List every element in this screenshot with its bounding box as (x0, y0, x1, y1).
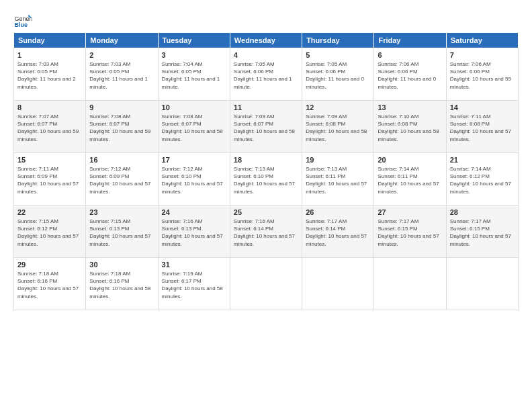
day-number: 31 (162, 261, 226, 269)
svg-text:Blue: Blue (14, 21, 28, 28)
table-row: 4Sunrise: 7:05 AMSunset: 6:06 PMDaylight… (230, 48, 302, 101)
day-detail: Sunrise: 7:13 AMSunset: 6:10 PMDaylight:… (234, 166, 295, 195)
day-number: 16 (89, 156, 154, 164)
day-detail: Sunrise: 7:08 AMSunset: 6:07 PMDaylight:… (162, 113, 223, 142)
day-number: 17 (162, 156, 226, 164)
table-row (230, 258, 302, 310)
day-number: 25 (234, 208, 298, 216)
day-detail: Sunrise: 7:06 AMSunset: 6:06 PMDaylight:… (450, 61, 511, 90)
day-detail: Sunrise: 7:09 AMSunset: 6:07 PMDaylight:… (234, 113, 295, 142)
day-detail: Sunrise: 7:10 AMSunset: 6:08 PMDaylight:… (378, 113, 439, 142)
day-detail: Sunrise: 7:05 AMSunset: 6:06 PMDaylight:… (234, 61, 292, 90)
page: General Blue Sunday Monday Tuesday Wedne… (0, 0, 532, 411)
day-detail: Sunrise: 7:18 AMSunset: 6:16 PMDaylight:… (17, 271, 79, 300)
day-detail: Sunrise: 7:07 AMSunset: 6:07 PMDaylight:… (17, 113, 79, 142)
table-row: 18Sunrise: 7:13 AMSunset: 6:10 PMDayligh… (230, 153, 302, 205)
day-detail: Sunrise: 7:09 AMSunset: 6:08 PMDaylight:… (306, 113, 367, 142)
table-row: 15Sunrise: 7:11 AMSunset: 6:09 PMDayligh… (14, 153, 86, 205)
day-number: 11 (234, 103, 298, 111)
day-number: 30 (89, 261, 154, 269)
table-row: 12Sunrise: 7:09 AMSunset: 6:08 PMDayligh… (302, 101, 374, 153)
table-row: 1Sunrise: 7:03 AMSunset: 6:05 PMDaylight… (14, 48, 86, 101)
table-row: 27Sunrise: 7:17 AMSunset: 6:15 PMDayligh… (374, 205, 446, 258)
day-number: 23 (89, 208, 154, 216)
day-detail: Sunrise: 7:14 AMSunset: 6:12 PMDaylight:… (450, 166, 511, 195)
day-number: 8 (17, 103, 82, 111)
day-number: 14 (450, 103, 515, 111)
table-row: 23Sunrise: 7:15 AMSunset: 6:13 PMDayligh… (86, 205, 158, 258)
day-detail: Sunrise: 7:15 AMSunset: 6:12 PMDaylight:… (17, 218, 79, 247)
day-detail: Sunrise: 7:05 AMSunset: 6:06 PMDaylight:… (306, 61, 364, 90)
table-row: 30Sunrise: 7:18 AMSunset: 6:16 PMDayligh… (86, 258, 158, 310)
day-detail: Sunrise: 7:19 AMSunset: 6:17 PMDaylight:… (162, 271, 223, 300)
day-number: 27 (378, 208, 442, 216)
day-detail: Sunrise: 7:17 AMSunset: 6:15 PMDaylight:… (378, 218, 439, 247)
day-detail: Sunrise: 7:03 AMSunset: 6:05 PMDaylight:… (17, 61, 76, 90)
table-row (446, 258, 518, 310)
table-row: 17Sunrise: 7:12 AMSunset: 6:10 PMDayligh… (158, 153, 230, 205)
day-detail: Sunrise: 7:12 AMSunset: 6:10 PMDaylight:… (162, 166, 223, 195)
day-detail: Sunrise: 7:17 AMSunset: 6:15 PMDaylight:… (450, 218, 511, 247)
day-detail: Sunrise: 7:16 AMSunset: 6:14 PMDaylight:… (234, 218, 295, 247)
day-number: 7 (450, 51, 515, 59)
day-number: 29 (17, 261, 82, 269)
day-number: 3 (162, 51, 226, 59)
day-number: 24 (162, 208, 226, 216)
day-number: 1 (17, 51, 82, 59)
logo-icon: General Blue (13, 11, 32, 30)
col-monday: Monday (86, 33, 158, 48)
day-detail: Sunrise: 7:15 AMSunset: 6:13 PMDaylight:… (89, 218, 150, 247)
day-number: 28 (450, 208, 515, 216)
day-detail: Sunrise: 7:18 AMSunset: 6:16 PMDaylight:… (89, 271, 150, 300)
col-wednesday: Wednesday (230, 33, 302, 48)
day-detail: Sunrise: 7:11 AMSunset: 6:08 PMDaylight:… (450, 113, 511, 142)
table-row: 9Sunrise: 7:08 AMSunset: 6:07 PMDaylight… (86, 101, 158, 153)
table-row: 22Sunrise: 7:15 AMSunset: 6:12 PMDayligh… (14, 205, 86, 258)
day-number: 20 (378, 156, 442, 164)
day-detail: Sunrise: 7:08 AMSunset: 6:07 PMDaylight:… (89, 113, 150, 142)
day-number: 2 (89, 51, 154, 59)
day-detail: Sunrise: 7:16 AMSunset: 6:13 PMDaylight:… (162, 218, 223, 247)
table-row: 24Sunrise: 7:16 AMSunset: 6:13 PMDayligh… (158, 205, 230, 258)
table-row: 8Sunrise: 7:07 AMSunset: 6:07 PMDaylight… (14, 101, 86, 153)
logo: General Blue (13, 11, 32, 30)
table-row: 26Sunrise: 7:17 AMSunset: 6:14 PMDayligh… (302, 205, 374, 258)
day-number: 18 (234, 156, 298, 164)
day-number: 6 (378, 51, 442, 59)
day-detail: Sunrise: 7:13 AMSunset: 6:11 PMDaylight:… (306, 166, 367, 195)
col-thursday: Thursday (302, 33, 374, 48)
day-number: 4 (234, 51, 298, 59)
day-number: 13 (378, 103, 442, 111)
table-row: 25Sunrise: 7:16 AMSunset: 6:14 PMDayligh… (230, 205, 302, 258)
day-number: 26 (306, 208, 370, 216)
table-row: 21Sunrise: 7:14 AMSunset: 6:12 PMDayligh… (446, 153, 518, 205)
day-number: 21 (450, 156, 515, 164)
table-row: 20Sunrise: 7:14 AMSunset: 6:11 PMDayligh… (374, 153, 446, 205)
table-row: 29Sunrise: 7:18 AMSunset: 6:16 PMDayligh… (14, 258, 86, 310)
table-row: 19Sunrise: 7:13 AMSunset: 6:11 PMDayligh… (302, 153, 374, 205)
table-row: 2Sunrise: 7:03 AMSunset: 6:05 PMDaylight… (86, 48, 158, 101)
day-number: 12 (306, 103, 370, 111)
day-number: 9 (89, 103, 154, 111)
day-detail: Sunrise: 7:12 AMSunset: 6:09 PMDaylight:… (89, 166, 150, 195)
table-row: 10Sunrise: 7:08 AMSunset: 6:07 PMDayligh… (158, 101, 230, 153)
table-row: 31Sunrise: 7:19 AMSunset: 6:17 PMDayligh… (158, 258, 230, 310)
table-row: 13Sunrise: 7:10 AMSunset: 6:08 PMDayligh… (374, 101, 446, 153)
table-row (374, 258, 446, 310)
table-row: 11Sunrise: 7:09 AMSunset: 6:07 PMDayligh… (230, 101, 302, 153)
day-number: 22 (17, 208, 82, 216)
table-row: 3Sunrise: 7:04 AMSunset: 6:05 PMDaylight… (158, 48, 230, 101)
table-row: 5Sunrise: 7:05 AMSunset: 6:06 PMDaylight… (302, 48, 374, 101)
table-row: 14Sunrise: 7:11 AMSunset: 6:08 PMDayligh… (446, 101, 518, 153)
day-number: 15 (17, 156, 82, 164)
day-number: 5 (306, 51, 370, 59)
day-detail: Sunrise: 7:03 AMSunset: 6:05 PMDaylight:… (89, 61, 148, 90)
table-row: 16Sunrise: 7:12 AMSunset: 6:09 PMDayligh… (86, 153, 158, 205)
table-row (302, 258, 374, 310)
weekday-header-row: Sunday Monday Tuesday Wednesday Thursday… (14, 33, 519, 48)
table-row: 6Sunrise: 7:06 AMSunset: 6:06 PMDaylight… (374, 48, 446, 101)
day-number: 19 (306, 156, 370, 164)
header: General Blue (13, 11, 519, 30)
day-detail: Sunrise: 7:14 AMSunset: 6:11 PMDaylight:… (378, 166, 439, 195)
day-number: 10 (162, 103, 226, 111)
